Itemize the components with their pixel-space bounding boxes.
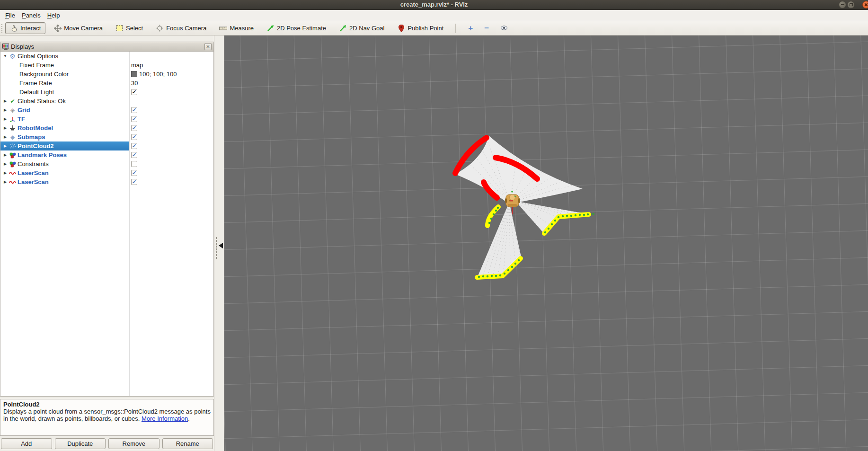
laserscan-checkbox[interactable] <box>131 179 137 185</box>
green-arrow-icon <box>339 25 347 32</box>
robotmodel-checkbox[interactable] <box>131 125 137 131</box>
map-pin-icon <box>397 25 405 32</box>
expander-icon[interactable] <box>2 153 9 157</box>
more-information-link[interactable]: More Information <box>142 415 188 422</box>
expander-icon[interactable] <box>2 126 9 130</box>
tool-label: 2D Pose Estimate <box>277 25 326 32</box>
row-laserscan-1[interactable]: LaserScan <box>0 168 213 177</box>
toolbar-grip[interactable] <box>1 24 3 33</box>
tool-2d-nav-goal[interactable]: 2D Nav Goal <box>334 22 389 34</box>
displays-panel-header[interactable]: Displays ✕ <box>0 42 213 52</box>
pointcloud-icon <box>9 142 17 150</box>
laserscan-icon <box>9 169 17 177</box>
background-color-value[interactable]: 100; 100; 100 <box>139 71 177 78</box>
ruler-icon <box>219 25 227 32</box>
close-button[interactable] <box>862 1 868 9</box>
displays-tree: Global Options Fixed Frame map Backgroun… <box>0 52 213 396</box>
tool-select[interactable]: Select <box>111 22 148 34</box>
grid-checkbox[interactable] <box>131 107 137 113</box>
row-global-options[interactable]: Global Options <box>0 52 213 61</box>
tool-label: Measure <box>230 25 254 32</box>
tool-move-camera[interactable]: Move Camera <box>49 22 107 34</box>
toolbar: Interact Move Camera Select Focus Camera… <box>0 21 868 35</box>
description-panel: PointCloud2 Displays a point cloud from … <box>0 399 214 436</box>
default-light-checkbox[interactable] <box>131 89 137 95</box>
tool-label: Interact <box>20 25 41 32</box>
row-default-light[interactable]: Default Light <box>0 88 213 97</box>
row-constraints[interactable]: Constraints <box>0 159 213 168</box>
robot-icon <box>9 124 17 132</box>
expander-icon[interactable] <box>2 117 9 121</box>
grid-icon <box>9 106 17 114</box>
expander-icon[interactable] <box>2 99 9 103</box>
tool-interact[interactable]: Interact <box>5 22 45 34</box>
constraints-checkbox[interactable] <box>131 161 137 167</box>
tool-publish-point[interactable]: Publish Point <box>392 22 448 34</box>
green-arrow-icon <box>266 25 275 32</box>
tool-measure[interactable]: Measure <box>214 22 258 34</box>
check-icon <box>9 97 17 105</box>
tf-axes-icon <box>9 115 17 123</box>
row-grid[interactable]: Grid <box>0 106 213 115</box>
laserscan-icon <box>9 178 17 186</box>
hand-cursor-icon <box>10 25 18 32</box>
tool-2d-pose-estimate[interactable]: 2D Pose Estimate <box>262 22 331 34</box>
row-robotmodel[interactable]: RobotModel <box>0 124 213 133</box>
title-bar: create_map.rviz* - RViz <box>0 0 868 10</box>
expander-icon[interactable] <box>2 135 9 139</box>
add-button[interactable]: Add <box>1 438 52 449</box>
tool-label: Move Camera <box>64 25 103 32</box>
laserscan-checkbox[interactable] <box>131 170 137 176</box>
row-pointcloud2[interactable]: PointCloud2 <box>0 141 213 150</box>
menu-panels[interactable]: Panels <box>18 11 44 20</box>
submap-white-region <box>455 136 590 278</box>
maximize-button[interactable] <box>847 1 855 9</box>
crosshair-icon <box>156 25 164 32</box>
row-background-color[interactable]: Background Color 100; 100; 100 <box>0 70 213 79</box>
expander-icon[interactable] <box>2 144 9 148</box>
add-tool-button[interactable]: + <box>462 24 478 33</box>
panel-close-button[interactable]: ✕ <box>204 43 212 50</box>
menu-bar: File Panels Help <box>0 10 868 21</box>
duplicate-button[interactable]: Duplicate <box>55 438 106 449</box>
row-fixed-frame[interactable]: Fixed Frame map <box>0 61 213 70</box>
expander-icon[interactable] <box>2 162 9 166</box>
color-swatch[interactable] <box>131 71 137 77</box>
expander-icon[interactable] <box>2 171 9 175</box>
row-frame-rate[interactable]: Frame Rate 30 <box>0 79 213 88</box>
row-laserscan-2[interactable]: LaserScan <box>0 177 213 186</box>
row-global-status[interactable]: Global Status: Ok <box>0 97 213 106</box>
frame-rate-value[interactable]: 30 <box>131 80 138 87</box>
pointcloud2-checkbox[interactable] <box>131 143 137 149</box>
landmark-poses-checkbox[interactable] <box>131 152 137 158</box>
expander-icon[interactable] <box>2 180 9 184</box>
panel-splitter[interactable] <box>214 35 224 451</box>
tool-label: 2D Nav Goal <box>349 25 384 32</box>
markers-icon <box>9 151 17 159</box>
row-tf[interactable]: TF <box>0 115 213 124</box>
remove-tool-button[interactable]: − <box>478 24 495 33</box>
splitter-grip[interactable] <box>216 237 217 259</box>
move-arrows-icon <box>53 25 62 32</box>
submaps-checkbox[interactable] <box>131 134 137 140</box>
menu-file[interactable]: File <box>2 11 18 20</box>
remove-button[interactable]: Remove <box>108 438 159 449</box>
row-landmark-poses[interactable]: Landmark Poses <box>0 150 213 159</box>
tool-label: Select <box>126 25 143 32</box>
tool-label: Publish Point <box>407 25 443 32</box>
close-icon <box>864 3 868 7</box>
3d-viewport[interactable] <box>224 35 868 451</box>
expander-icon[interactable] <box>2 54 9 58</box>
collapse-arrow-icon[interactable] <box>219 243 223 248</box>
expander-icon[interactable] <box>2 108 9 112</box>
rename-button[interactable]: Rename <box>162 438 213 449</box>
fixed-frame-value[interactable]: map <box>131 62 143 69</box>
tool-properties-button[interactable] <box>495 24 514 33</box>
tf-checkbox[interactable] <box>131 116 137 122</box>
minimize-button[interactable] <box>839 1 846 9</box>
displays-panel: Displays ✕ Global Options Fixed Frame ma… <box>0 35 214 451</box>
gear-icon <box>9 53 17 60</box>
menu-help[interactable]: Help <box>44 11 63 20</box>
tool-focus-camera[interactable]: Focus Camera <box>151 22 211 34</box>
row-submaps[interactable]: Submaps <box>0 133 213 141</box>
